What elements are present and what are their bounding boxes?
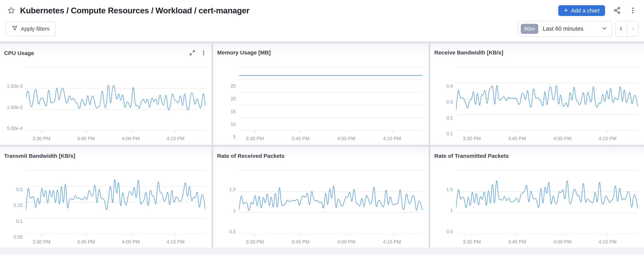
y-axis-label: 0.1 xyxy=(430,131,453,136)
y-axis-label: 15 xyxy=(213,109,236,114)
x-axis-tick xyxy=(392,131,392,133)
chart-plot[interactable] xyxy=(26,165,205,234)
y-axis-label: 0.5 xyxy=(430,229,453,234)
page-title: Kubernetes / Compute Resources / Workloa… xyxy=(20,6,250,15)
x-axis-label: 4:00 PM xyxy=(338,136,356,141)
series-line xyxy=(26,85,205,110)
y-axis-label: 0.5 xyxy=(213,229,236,234)
kebab-icon xyxy=(629,7,636,15)
chart[interactable]: 25201510503:30 PM3:45 PM4:00 PM4:15 PM xyxy=(213,62,429,145)
x-axis-tick xyxy=(517,131,518,133)
filter-bar: Apply filters 60m Last 60 minutes xyxy=(0,19,644,42)
x-axis-tick xyxy=(86,234,86,236)
chart-panel: CPU Usage xyxy=(0,43,212,145)
y-axis-label: 0.3 xyxy=(430,99,453,105)
apply-filters-label: Apply filters xyxy=(21,26,50,32)
y-axis-label: 5.00e-4 xyxy=(0,126,23,131)
x-axis-label: 3:45 PM xyxy=(292,136,310,141)
x-axis-label: 3:45 PM xyxy=(508,239,526,245)
apply-filters-button[interactable]: Apply filters xyxy=(6,22,56,36)
chart[interactable]: 0.40.30.20.103:30 PM3:45 PM4:00 PM4:15 P… xyxy=(430,62,644,145)
chart-panel: Rate of Received Packets xyxy=(213,146,429,247)
x-axis-tick xyxy=(42,234,42,236)
chart[interactable]: 0.20.150.10.0503:30 PM3:45 PM4:00 PM4:15… xyxy=(0,165,212,247)
time-range-label: Last 60 minutes xyxy=(543,26,601,32)
dashboard-menu-button[interactable] xyxy=(629,7,636,15)
chart[interactable]: 1.510.503:30 PM3:45 PM4:00 PM4:15 PM xyxy=(430,165,644,247)
chart-panel: Memory Usage [MB] xyxy=(213,43,429,145)
series-line xyxy=(26,179,205,210)
panel-header: Receive Bandwidth [KB/s] xyxy=(434,50,639,56)
add-chart-button[interactable]: + Add a chart xyxy=(558,5,605,16)
plus-icon: + xyxy=(564,7,568,14)
x-axis-tick xyxy=(392,234,392,236)
time-range-picker[interactable]: 60m Last 60 minutes xyxy=(518,21,612,37)
time-nav-group xyxy=(616,21,638,37)
chart-plot[interactable] xyxy=(239,62,422,130)
chart-plot[interactable] xyxy=(456,62,638,130)
x-axis-label: 3:45 PM xyxy=(508,136,526,141)
y-axis-label: 20 xyxy=(213,96,236,102)
y-axis-label: 0.4 xyxy=(430,83,453,89)
y-axis-label: 5 xyxy=(213,134,236,139)
x-axis-label: 3:45 PM xyxy=(77,239,95,245)
funnel-icon xyxy=(12,25,18,33)
x-axis-tick xyxy=(562,131,563,133)
x-axis-label: 4:15 PM xyxy=(166,239,184,245)
x-axis-label: 3:45 PM xyxy=(77,136,95,141)
favorite-button[interactable] xyxy=(8,7,15,15)
share-button[interactable] xyxy=(613,7,621,15)
chart-panel: Rate of Transmitted Packets xyxy=(430,146,644,247)
panel-menu-button[interactable] xyxy=(200,50,207,57)
chevron-left-icon xyxy=(618,26,624,32)
chart-plot[interactable] xyxy=(26,62,205,130)
panel-header: CPU Usage xyxy=(4,50,207,57)
chart-plot[interactable] xyxy=(239,165,422,234)
time-next-button[interactable] xyxy=(627,21,638,36)
x-axis-label: 4:15 PM xyxy=(598,136,616,141)
x-axis-label: 4:15 PM xyxy=(383,136,401,141)
page-bottom-area xyxy=(0,247,644,255)
x-axis-tick xyxy=(131,131,131,133)
dashboard-grid: CPU Usage xyxy=(0,42,644,247)
chart[interactable]: 1.50e-31.00e-35.00e-403:30 PM3:45 PM4:00… xyxy=(0,62,212,145)
x-axis-tick xyxy=(176,131,176,133)
panel-header: Rate of Received Packets xyxy=(217,153,424,159)
x-axis-tick xyxy=(517,234,518,236)
y-axis-label: 1.50e-3 xyxy=(0,83,23,89)
y-axis-label: 1.5 xyxy=(213,187,236,192)
expand-icon xyxy=(189,50,196,57)
chart[interactable]: 1.510.503:30 PM3:45 PM4:00 PM4:15 PM xyxy=(213,165,429,247)
panel-title: Memory Usage [MB] xyxy=(217,50,270,56)
time-prev-button[interactable] xyxy=(616,21,627,36)
x-axis-label: 3:30 PM xyxy=(246,239,264,245)
chevron-right-icon xyxy=(629,26,636,32)
x-axis-label: 3:30 PM xyxy=(32,239,50,245)
panel-header: Memory Usage [MB] xyxy=(217,50,424,56)
panel-title: Rate of Transmitted Packets xyxy=(434,153,509,159)
chart-plot[interactable] xyxy=(456,165,638,234)
y-axis-label: 25 xyxy=(213,83,236,89)
chart-panel: Transmit Bandwidth [KB/s] xyxy=(0,146,212,247)
x-axis-tick xyxy=(300,131,301,133)
x-axis-label: 4:00 PM xyxy=(338,239,356,245)
x-axis-tick xyxy=(608,234,608,236)
panel-header: Transmit Bandwidth [KB/s] xyxy=(4,153,207,159)
x-axis-label: 4:00 PM xyxy=(122,239,140,245)
x-axis-tick xyxy=(472,131,472,133)
x-axis-tick xyxy=(131,234,131,236)
add-chart-label: Add a chart xyxy=(571,8,600,14)
y-axis-label: 1 xyxy=(213,208,236,213)
dashboard-row-1: CPU Usage xyxy=(0,43,644,145)
y-axis-label: 0.05 xyxy=(0,234,23,239)
series-line xyxy=(456,86,638,110)
share-icon xyxy=(613,7,621,15)
x-axis-label: 4:00 PM xyxy=(554,136,572,141)
x-axis-label: 4:00 PM xyxy=(122,136,140,141)
app-header: Kubernetes / Compute Resources / Workloa… xyxy=(0,0,644,19)
y-axis-label: 10 xyxy=(213,121,236,127)
panel-title: Receive Bandwidth [KB/s] xyxy=(434,50,503,56)
y-axis-label: 0.2 xyxy=(430,115,453,120)
expand-panel-button[interactable] xyxy=(189,50,196,57)
x-axis-tick xyxy=(86,131,86,133)
